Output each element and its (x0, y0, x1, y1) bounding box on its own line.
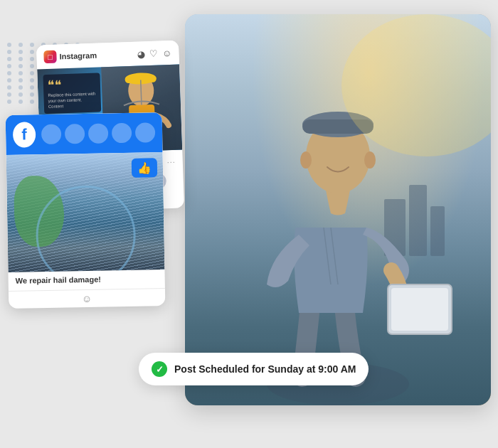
ig-heart-icon: ♡ (149, 48, 159, 58)
fb-post-image: 👍 (6, 152, 165, 272)
dot (18, 92, 23, 97)
dot (7, 43, 11, 47)
fb-story-4 (112, 123, 132, 143)
photo-card (185, 14, 491, 405)
dot (30, 100, 34, 104)
dot (18, 71, 23, 75)
ig-quote-overlay: ❝❝ Replace this content with your own co… (43, 73, 101, 114)
ig-logo-symbol: □ (48, 53, 53, 61)
fb-user-section: ☺ (9, 288, 165, 309)
svg-point-9 (300, 151, 312, 169)
ig-quote-mark: ❝❝ (48, 78, 97, 92)
ig-compass-icon: ◕ (137, 48, 146, 59)
dot (30, 92, 34, 97)
ig-quote-text: Replace this content with your own conte… (48, 92, 97, 110)
dot (18, 78, 23, 82)
dot (30, 57, 34, 61)
svg-rect-2 (430, 206, 445, 256)
dot (30, 85, 34, 90)
dot (30, 64, 34, 68)
svg-point-10 (364, 151, 376, 169)
dot (7, 92, 11, 97)
fb-logo-text: f (21, 125, 27, 144)
svg-rect-5 (391, 288, 448, 331)
ig-profile-icon: ☺ (162, 47, 172, 58)
dot (7, 64, 11, 68)
ig-logo-icon: □ (43, 50, 57, 64)
fb-story-2 (65, 124, 85, 144)
ig-header-icons: ◕ ♡ ☺ (137, 47, 172, 59)
fb-logo: f (13, 122, 36, 148)
dot (18, 100, 23, 104)
dot (7, 50, 11, 54)
notification-badge: ✓ Post Scheduled for Sunday at 9:00 AM (139, 353, 369, 385)
dot (7, 100, 11, 104)
dot (7, 71, 11, 75)
dot (18, 64, 23, 68)
fb-story-3 (88, 123, 108, 143)
dot (7, 78, 11, 82)
ig-more-icon: ... (166, 156, 176, 164)
man-svg (185, 14, 491, 405)
dot (18, 57, 23, 61)
dot (30, 43, 34, 47)
scene: □ Instagram ◕ ♡ ☺ ❝❝ Replace this conten… (0, 0, 498, 448)
ig-logo: □ Instagram (43, 49, 97, 64)
man-figure (185, 14, 491, 405)
fb-header: f (6, 112, 163, 155)
svg-rect-1 (409, 185, 427, 256)
fb-caption: We repair hail damage! (9, 270, 165, 291)
fb-user-icon: ☺ (82, 293, 92, 304)
dot (7, 85, 11, 90)
notification-message: Post Scheduled for Sunday at 9:00 AM (174, 363, 356, 375)
dot (30, 71, 34, 75)
facebook-card: f 👍 We repair hail damage! ☺ (6, 112, 166, 309)
fb-like-button[interactable]: 👍 (132, 158, 157, 178)
check-icon: ✓ (152, 361, 167, 377)
ig-logo-text: Instagram (59, 51, 97, 61)
fb-story-1 (41, 124, 61, 144)
fb-story-5 (135, 122, 155, 142)
dot (18, 85, 23, 90)
dot (7, 57, 11, 61)
check-symbol: ✓ (156, 364, 164, 375)
dot (30, 78, 34, 82)
fb-stories (41, 122, 155, 144)
dot (18, 50, 23, 54)
dot (30, 50, 34, 54)
dot (18, 43, 23, 47)
